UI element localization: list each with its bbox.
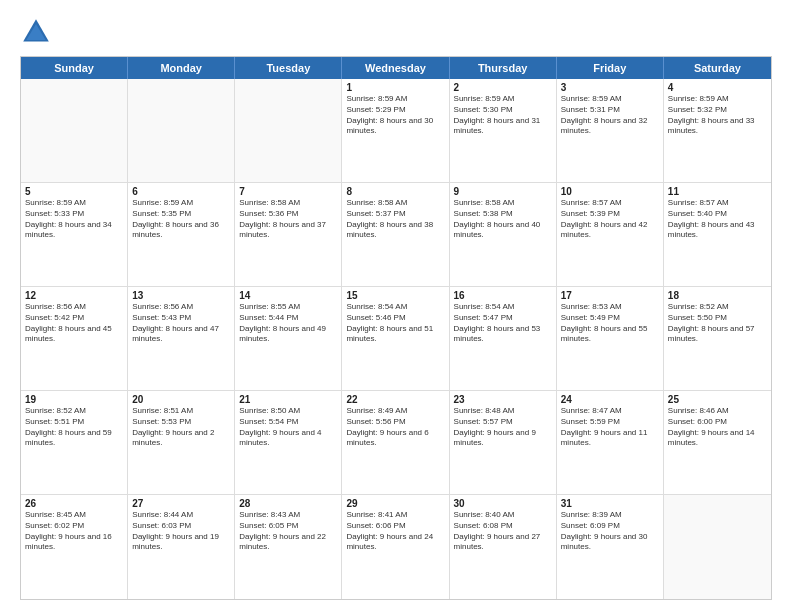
cell-info: Sunrise: 8:59 AMSunset: 5:35 PMDaylight:…	[132, 198, 230, 241]
calendar-cell: 14Sunrise: 8:55 AMSunset: 5:44 PMDayligh…	[235, 287, 342, 390]
cell-info: Sunrise: 8:44 AMSunset: 6:03 PMDaylight:…	[132, 510, 230, 553]
cell-info: Sunrise: 8:46 AMSunset: 6:00 PMDaylight:…	[668, 406, 767, 449]
calendar-cell: 17Sunrise: 8:53 AMSunset: 5:49 PMDayligh…	[557, 287, 664, 390]
calendar-cell: 4Sunrise: 8:59 AMSunset: 5:32 PMDaylight…	[664, 79, 771, 182]
day-number: 13	[132, 290, 230, 301]
cell-info: Sunrise: 8:55 AMSunset: 5:44 PMDaylight:…	[239, 302, 337, 345]
calendar-cell	[21, 79, 128, 182]
calendar-cell: 15Sunrise: 8:54 AMSunset: 5:46 PMDayligh…	[342, 287, 449, 390]
cell-info: Sunrise: 8:59 AMSunset: 5:33 PMDaylight:…	[25, 198, 123, 241]
cell-info: Sunrise: 8:59 AMSunset: 5:31 PMDaylight:…	[561, 94, 659, 137]
day-number: 15	[346, 290, 444, 301]
day-number: 18	[668, 290, 767, 301]
calendar-cell: 3Sunrise: 8:59 AMSunset: 5:31 PMDaylight…	[557, 79, 664, 182]
day-number: 2	[454, 82, 552, 93]
calendar-cell: 1Sunrise: 8:59 AMSunset: 5:29 PMDaylight…	[342, 79, 449, 182]
calendar: SundayMondayTuesdayWednesdayThursdayFrid…	[20, 56, 772, 600]
day-number: 16	[454, 290, 552, 301]
header-day-saturday: Saturday	[664, 57, 771, 79]
calendar-row-4: 26Sunrise: 8:45 AMSunset: 6:02 PMDayligh…	[21, 495, 771, 599]
day-number: 14	[239, 290, 337, 301]
cell-info: Sunrise: 8:43 AMSunset: 6:05 PMDaylight:…	[239, 510, 337, 553]
header-day-monday: Monday	[128, 57, 235, 79]
calendar-cell: 5Sunrise: 8:59 AMSunset: 5:33 PMDaylight…	[21, 183, 128, 286]
cell-info: Sunrise: 8:52 AMSunset: 5:51 PMDaylight:…	[25, 406, 123, 449]
day-number: 6	[132, 186, 230, 197]
cell-info: Sunrise: 8:58 AMSunset: 5:36 PMDaylight:…	[239, 198, 337, 241]
logo-icon	[20, 16, 52, 48]
cell-info: Sunrise: 8:59 AMSunset: 5:30 PMDaylight:…	[454, 94, 552, 137]
calendar-cell: 7Sunrise: 8:58 AMSunset: 5:36 PMDaylight…	[235, 183, 342, 286]
calendar-cell: 23Sunrise: 8:48 AMSunset: 5:57 PMDayligh…	[450, 391, 557, 494]
calendar-row-2: 12Sunrise: 8:56 AMSunset: 5:42 PMDayligh…	[21, 287, 771, 391]
day-number: 20	[132, 394, 230, 405]
day-number: 8	[346, 186, 444, 197]
header	[20, 16, 772, 48]
calendar-cell: 10Sunrise: 8:57 AMSunset: 5:39 PMDayligh…	[557, 183, 664, 286]
cell-info: Sunrise: 8:48 AMSunset: 5:57 PMDaylight:…	[454, 406, 552, 449]
day-number: 27	[132, 498, 230, 509]
day-number: 31	[561, 498, 659, 509]
calendar-cell: 16Sunrise: 8:54 AMSunset: 5:47 PMDayligh…	[450, 287, 557, 390]
calendar-cell: 31Sunrise: 8:39 AMSunset: 6:09 PMDayligh…	[557, 495, 664, 599]
cell-info: Sunrise: 8:51 AMSunset: 5:53 PMDaylight:…	[132, 406, 230, 449]
cell-info: Sunrise: 8:41 AMSunset: 6:06 PMDaylight:…	[346, 510, 444, 553]
cell-info: Sunrise: 8:56 AMSunset: 5:42 PMDaylight:…	[25, 302, 123, 345]
day-number: 12	[25, 290, 123, 301]
calendar-cell: 18Sunrise: 8:52 AMSunset: 5:50 PMDayligh…	[664, 287, 771, 390]
day-number: 5	[25, 186, 123, 197]
header-day-tuesday: Tuesday	[235, 57, 342, 79]
day-number: 22	[346, 394, 444, 405]
cell-info: Sunrise: 8:54 AMSunset: 5:46 PMDaylight:…	[346, 302, 444, 345]
header-day-wednesday: Wednesday	[342, 57, 449, 79]
day-number: 24	[561, 394, 659, 405]
calendar-cell: 12Sunrise: 8:56 AMSunset: 5:42 PMDayligh…	[21, 287, 128, 390]
calendar-cell: 19Sunrise: 8:52 AMSunset: 5:51 PMDayligh…	[21, 391, 128, 494]
day-number: 23	[454, 394, 552, 405]
cell-info: Sunrise: 8:49 AMSunset: 5:56 PMDaylight:…	[346, 406, 444, 449]
header-day-sunday: Sunday	[21, 57, 128, 79]
day-number: 11	[668, 186, 767, 197]
day-number: 29	[346, 498, 444, 509]
cell-info: Sunrise: 8:50 AMSunset: 5:54 PMDaylight:…	[239, 406, 337, 449]
calendar-header: SundayMondayTuesdayWednesdayThursdayFrid…	[21, 57, 771, 79]
day-number: 26	[25, 498, 123, 509]
cell-info: Sunrise: 8:59 AMSunset: 5:32 PMDaylight:…	[668, 94, 767, 137]
day-number: 19	[25, 394, 123, 405]
day-number: 10	[561, 186, 659, 197]
day-number: 21	[239, 394, 337, 405]
calendar-cell: 26Sunrise: 8:45 AMSunset: 6:02 PMDayligh…	[21, 495, 128, 599]
calendar-cell: 24Sunrise: 8:47 AMSunset: 5:59 PMDayligh…	[557, 391, 664, 494]
day-number: 7	[239, 186, 337, 197]
day-number: 1	[346, 82, 444, 93]
calendar-cell: 2Sunrise: 8:59 AMSunset: 5:30 PMDaylight…	[450, 79, 557, 182]
day-number: 25	[668, 394, 767, 405]
header-day-friday: Friday	[557, 57, 664, 79]
cell-info: Sunrise: 8:54 AMSunset: 5:47 PMDaylight:…	[454, 302, 552, 345]
calendar-cell	[235, 79, 342, 182]
cell-info: Sunrise: 8:56 AMSunset: 5:43 PMDaylight:…	[132, 302, 230, 345]
calendar-cell	[664, 495, 771, 599]
calendar-cell: 11Sunrise: 8:57 AMSunset: 5:40 PMDayligh…	[664, 183, 771, 286]
logo	[20, 16, 56, 48]
calendar-cell	[128, 79, 235, 182]
calendar-cell: 29Sunrise: 8:41 AMSunset: 6:06 PMDayligh…	[342, 495, 449, 599]
calendar-cell: 20Sunrise: 8:51 AMSunset: 5:53 PMDayligh…	[128, 391, 235, 494]
calendar-cell: 27Sunrise: 8:44 AMSunset: 6:03 PMDayligh…	[128, 495, 235, 599]
calendar-row-3: 19Sunrise: 8:52 AMSunset: 5:51 PMDayligh…	[21, 391, 771, 495]
calendar-cell: 28Sunrise: 8:43 AMSunset: 6:05 PMDayligh…	[235, 495, 342, 599]
cell-info: Sunrise: 8:45 AMSunset: 6:02 PMDaylight:…	[25, 510, 123, 553]
cell-info: Sunrise: 8:57 AMSunset: 5:40 PMDaylight:…	[668, 198, 767, 241]
day-number: 17	[561, 290, 659, 301]
day-number: 3	[561, 82, 659, 93]
day-number: 4	[668, 82, 767, 93]
calendar-cell: 9Sunrise: 8:58 AMSunset: 5:38 PMDaylight…	[450, 183, 557, 286]
calendar-body: 1Sunrise: 8:59 AMSunset: 5:29 PMDaylight…	[21, 79, 771, 599]
calendar-cell: 25Sunrise: 8:46 AMSunset: 6:00 PMDayligh…	[664, 391, 771, 494]
cell-info: Sunrise: 8:47 AMSunset: 5:59 PMDaylight:…	[561, 406, 659, 449]
calendar-cell: 22Sunrise: 8:49 AMSunset: 5:56 PMDayligh…	[342, 391, 449, 494]
cell-info: Sunrise: 8:57 AMSunset: 5:39 PMDaylight:…	[561, 198, 659, 241]
page: SundayMondayTuesdayWednesdayThursdayFrid…	[0, 0, 792, 612]
calendar-row-1: 5Sunrise: 8:59 AMSunset: 5:33 PMDaylight…	[21, 183, 771, 287]
day-number: 9	[454, 186, 552, 197]
